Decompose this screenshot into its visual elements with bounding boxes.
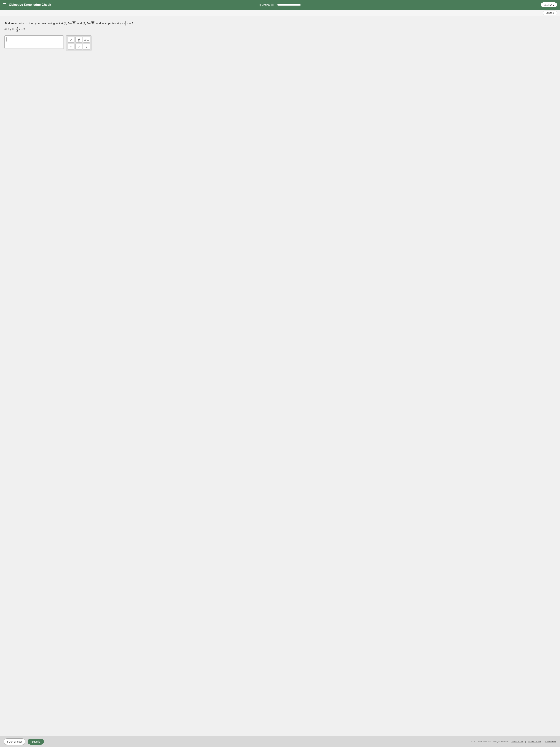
progress-bar: [277, 4, 301, 5]
menu-icon[interactable]: ☰: [3, 3, 6, 7]
help-btn[interactable]: ?: [83, 44, 90, 50]
math-toolbar: □n □ □ □=□ × ↺ ?: [66, 35, 91, 51]
progress-bar-fill: [277, 4, 300, 5]
fraction-btn[interactable]: □ □: [75, 37, 82, 43]
header-right: LEENA ∨: [538, 2, 557, 7]
footer: I Don't Know Submit © 2022 McGraw Hill L…: [0, 736, 560, 747]
fraction-2: 3 2: [16, 26, 18, 32]
espanol-button[interactable]: Español: [543, 10, 557, 15]
answer-area: □n □ □ □=□ × ↺ ?: [4, 35, 556, 51]
equals-btn[interactable]: □=□: [83, 37, 90, 43]
user-button[interactable]: LEENA ∨: [541, 2, 557, 7]
dont-know-button[interactable]: I Don't Know: [4, 739, 25, 745]
terms-link[interactable]: Terms of Use: [511, 741, 523, 743]
question-text: Find an equation of the hyperbola having…: [4, 21, 556, 32]
question-label: Question 10: [259, 3, 274, 6]
copyright-text: © 2022 McGraw Hill LLC. All Rights Reser…: [472, 741, 510, 743]
submit-button[interactable]: Submit: [28, 739, 44, 745]
cursor: [6, 37, 6, 42]
superscript-btn[interactable]: □n: [68, 37, 74, 43]
language-bar: Español: [0, 10, 560, 16]
footer-links: © 2022 McGraw Hill LLC. All Rights Reser…: [472, 741, 556, 743]
privacy-link[interactable]: Privacy Center: [528, 741, 541, 743]
multiply-btn[interactable]: ×: [68, 44, 74, 50]
content-spacer: [4, 55, 556, 733]
accessibility-link[interactable]: Accessibility: [545, 741, 556, 743]
app-header: ☰ Objective Knowledge Check Question 10 …: [0, 0, 560, 10]
main-content: Find an equation of the hyperbola having…: [0, 16, 560, 736]
undo-btn[interactable]: ↺: [75, 44, 82, 50]
answer-input[interactable]: [4, 35, 64, 49]
fraction-1: 3 2: [124, 21, 126, 26]
